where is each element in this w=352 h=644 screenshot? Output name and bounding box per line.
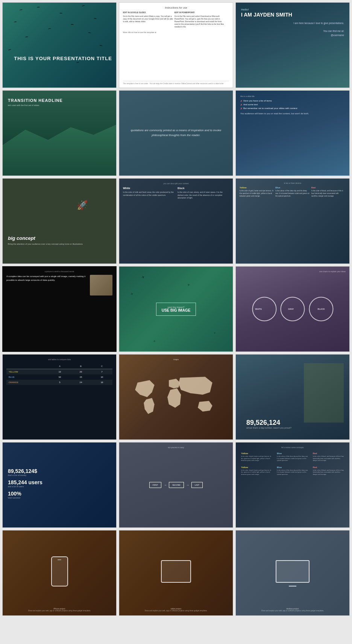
venn-label-1: WHITE [255, 308, 262, 310]
step-1: FIRST [149, 482, 161, 488]
bird-icon [8, 49, 12, 51]
stat-2-label: and a lot of users [8, 485, 111, 488]
concept-4-body: Is the colour of the clear sky and the d… [277, 469, 308, 476]
white-col: White Is the color of milk and fresh sno… [123, 187, 174, 260]
stat-3-num: 100% [8, 491, 111, 497]
bird-icon [82, 5, 85, 7]
white-col-head: White [123, 187, 174, 189]
process-label: our process is easy [168, 446, 184, 449]
table-row: YELLOW 10 20 7 [6, 369, 112, 375]
bird-icon [36, 7, 39, 9]
yellow-col-head: Yellow [240, 186, 274, 189]
bird-icon [25, 36, 28, 38]
big-number-value: 89,526,124 [246, 419, 339, 427]
slide-20: tablet project Show and explain your web… [119, 530, 233, 616]
presentation-title: THIS IS YOUR PRESENTATION TITLE [14, 56, 112, 62]
slide-7: 🚀 big concept Bring the attention of you… [2, 178, 117, 264]
row-yellow-b: 20 [70, 369, 91, 375]
concept-content: big concept Bring the attention of your … [8, 235, 111, 245]
slide-8: you can also split your content White Is… [119, 178, 233, 264]
concept-0-body: Is the color of gold, butter and ripe le… [241, 455, 272, 462]
slide-5: quotations are commonly printed as a mea… [119, 90, 233, 176]
white-col-body: Is the color of milk and fresh snow, the… [123, 191, 174, 197]
red-col-head: Red [311, 186, 346, 189]
hello-text: Hello! [241, 8, 344, 11]
slide-21: desktop project Show and explain your we… [235, 530, 350, 616]
concept-4: Blue Is the colour of the clear sky and … [275, 465, 310, 477]
list-item-3: ✗ But remember not to overload your slid… [240, 107, 345, 110]
big-number-sub: whoa! that's a big number, wasn't you pr… [246, 427, 339, 429]
row-orange-c: 16 [91, 380, 112, 385]
slide-19: iPhone project Show and explain your web… [2, 530, 117, 616]
table-row: BLUE 30 15 10 [6, 374, 112, 380]
google-title: EDIT IN GOOGLE SLIDES [123, 11, 174, 14]
mountain-bg [3, 124, 116, 176]
tablet-mockup [161, 560, 191, 583]
two-col-content: White Is the color of milk and fresh sno… [123, 187, 229, 260]
list-marker-1: ✗ [240, 100, 242, 102]
bird-icon [20, 9, 23, 11]
row-blue-label: BLUE [6, 374, 49, 380]
desktop-label: desktop project Show and explain your we… [240, 608, 346, 612]
list-text-2: And some text [243, 103, 258, 106]
review-label: let's review some concepts [240, 446, 346, 449]
table-header-b: B [70, 364, 91, 369]
transition-subhead: let's start with the first set of slides [8, 104, 111, 106]
slide-2: Instructions for use EDIT IN GOOGLE SLID… [119, 2, 233, 88]
concept-4-title: Blue [277, 466, 308, 468]
instructions-body: EDIT IN GOOGLE SLIDES Go to the File men… [123, 11, 229, 28]
three-col-content: Yellow Is the color of gold, butter and … [240, 186, 346, 197]
slide-6: this is a slide title ✗ Here you have a … [235, 90, 350, 176]
google-col: EDIT IN GOOGLE SLIDES Go to the File men… [123, 11, 174, 23]
list-text-3: But remember not to overload your slides… [243, 107, 297, 109]
google-body: Go to the File menu and select Make a co… [123, 15, 174, 23]
stat-2-num: 185,244 users [8, 479, 111, 485]
concepts-grid: Yellow Is the color of gold, butter and … [240, 451, 346, 477]
arrow-icon: → [186, 483, 189, 487]
yellow-col: Yellow Is the color of gold, butter and … [240, 186, 274, 197]
slide-grid: THIS IS YOUR PRESENTATION TITLE Instruct… [0, 0, 352, 618]
concept-2: Red Is the color of blood, and because o… [311, 451, 346, 463]
slide-13: and tables to compare data A B C YELLOW … [2, 354, 117, 440]
stat-3-label: total success! [8, 497, 111, 499]
three-col-label: in two or three columns [240, 182, 346, 184]
iphone-label: iPhone project Show and explain your web… [6, 608, 112, 612]
iphone-desc: Show and explain your web, app or softwa… [28, 610, 91, 612]
powerpoint-col: EDIT IN POWERPOINT: Go to the File menu … [174, 11, 225, 28]
profile-desc2: You can find me at: [241, 29, 344, 33]
row-yellow-c: 7 [91, 369, 112, 375]
arrow-icon: → [164, 483, 167, 487]
tablet-desc: Show and explain your web, app or softwa… [145, 610, 208, 612]
yellow-col-body: Is the color of gold, butter and ripe le… [240, 190, 274, 197]
concept-5-title: Red [313, 466, 344, 468]
concept-5-body: Is the color of blood, and because of th… [313, 469, 344, 476]
concept-3: Yellow Is the color of gold, butter and … [240, 465, 274, 477]
texture-bg [3, 179, 116, 264]
concept-2-body: Is the color of blood, and because of th… [313, 455, 344, 462]
row-blue-c: 10 [91, 374, 112, 380]
row-blue-b: 15 [70, 374, 91, 380]
bird-icon: ✈ [130, 292, 134, 296]
bird-icon [99, 45, 102, 47]
desktop-desc: Show and explain your web, app or softwa… [261, 610, 324, 612]
more-info: More info on how to use this template at [123, 31, 229, 33]
iphone-mockup [51, 556, 68, 586]
instructions-heading: Instructions for use [123, 6, 229, 9]
table-header-row: A B C [6, 364, 112, 369]
stat-2: 185,244 users and a lot of users [8, 479, 111, 488]
table-header-a: A [49, 364, 70, 369]
big-image-text: USE BIG IMAGE [162, 308, 191, 312]
stat-1-label: that's a lot of money [8, 474, 111, 476]
row-orange-a: 5 [49, 380, 70, 385]
concept-3-title: Yellow [241, 466, 272, 468]
slide-3: Hello! I AM JAYDEN SMITH I am here becau… [235, 2, 350, 88]
process-steps: FIRST → SECOND → LAST [130, 482, 222, 488]
venn-diagram: WHITE GRAY BLACK [236, 267, 349, 352]
list-item-1: ✗ Here you have a list of items [240, 100, 345, 102]
bird-icon [59, 13, 62, 15]
slide-17: our process is easy FIRST → SECOND → LAS… [119, 442, 233, 528]
powerpoint-body: Go to the File menu and select Download … [174, 15, 225, 28]
concept-1-body: Is the colour of the clear sky and the d… [277, 455, 308, 462]
tablet-label: tablet project Show and explain your web… [123, 608, 229, 612]
bird-icon: ✈ [213, 332, 216, 335]
